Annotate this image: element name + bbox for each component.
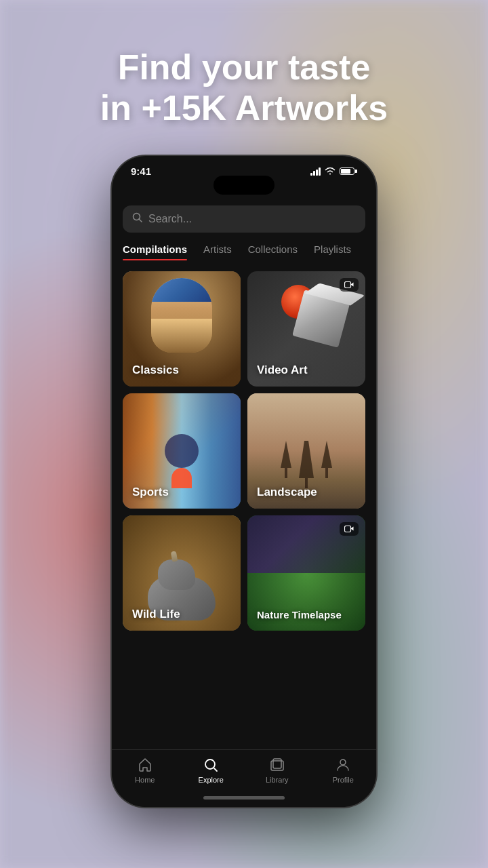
headline-line1: Find your taste bbox=[118, 47, 371, 87]
battery-icon bbox=[340, 167, 357, 175]
landscape-label: Landscape bbox=[257, 486, 317, 499]
list-item[interactable]: Nature Timelapse bbox=[247, 515, 365, 631]
video-badge-2 bbox=[340, 522, 359, 536]
videoart-label: Video Art bbox=[257, 363, 308, 377]
search-bar[interactable]: Search... bbox=[123, 205, 365, 233]
video-badge bbox=[340, 278, 359, 292]
phone-screen: 9:41 bbox=[112, 156, 376, 807]
nav-library-label: Library bbox=[266, 776, 289, 784]
list-item[interactable]: Wild Life bbox=[123, 515, 241, 631]
status-time: 9:41 bbox=[131, 165, 151, 177]
list-item[interactable]: Classics bbox=[123, 271, 241, 387]
search-placeholder: Search... bbox=[148, 213, 192, 225]
home-indicator bbox=[112, 788, 376, 807]
svg-rect-1 bbox=[345, 281, 351, 288]
home-icon bbox=[137, 757, 153, 773]
list-item[interactable]: Sports bbox=[123, 393, 241, 509]
sports-label: Sports bbox=[132, 486, 169, 499]
explore-icon bbox=[203, 757, 219, 773]
tab-collections[interactable]: Collections bbox=[248, 243, 298, 260]
signal-icon bbox=[310, 167, 321, 176]
app-content[interactable]: Search... Compilations Artists Collectio… bbox=[112, 200, 376, 749]
svg-rect-2 bbox=[345, 526, 351, 532]
artwork-grid: Classics bbox=[123, 271, 365, 637]
nav-library[interactable]: Library bbox=[244, 757, 310, 784]
tabs: Compilations Artists Collections Playlis… bbox=[123, 243, 365, 260]
headline: Find your taste in +15K Artworks bbox=[0, 47, 488, 129]
profile-icon bbox=[335, 757, 351, 773]
sports-image bbox=[165, 434, 199, 468]
status-icons bbox=[310, 166, 357, 177]
library-icon bbox=[269, 757, 285, 773]
phone-frame: 9:41 bbox=[112, 156, 376, 807]
nav-home-label: Home bbox=[135, 776, 155, 784]
naturetime-label: Nature Timelapse bbox=[257, 609, 342, 621]
tab-compilations[interactable]: Compilations bbox=[123, 243, 187, 260]
headline-line2: in +15K Artworks bbox=[100, 88, 388, 127]
tab-playlists[interactable]: Playlists bbox=[314, 243, 351, 260]
wildlife-label: Wild Life bbox=[132, 608, 180, 621]
svg-rect-5 bbox=[273, 759, 281, 768]
bottom-nav: Home Explore bbox=[112, 749, 376, 788]
svg-point-6 bbox=[340, 760, 346, 765]
list-item[interactable]: Video Art bbox=[247, 271, 365, 387]
nav-profile[interactable]: Profile bbox=[310, 757, 377, 784]
tab-artists[interactable]: Artists bbox=[203, 243, 232, 260]
nav-explore[interactable]: Explore bbox=[178, 757, 245, 784]
nav-profile-label: Profile bbox=[333, 776, 354, 784]
nav-explore-label: Explore bbox=[199, 776, 224, 784]
landscape-image bbox=[247, 441, 365, 488]
classics-image bbox=[151, 278, 212, 353]
svg-point-3 bbox=[205, 760, 215, 769]
sports-figure bbox=[171, 468, 192, 488]
nav-home[interactable]: Home bbox=[112, 757, 178, 784]
classics-label: Classics bbox=[132, 363, 179, 377]
list-item[interactable]: Landscape bbox=[247, 393, 365, 509]
search-icon bbox=[132, 212, 143, 226]
wifi-icon bbox=[325, 166, 336, 177]
dynamic-island bbox=[214, 176, 274, 195]
